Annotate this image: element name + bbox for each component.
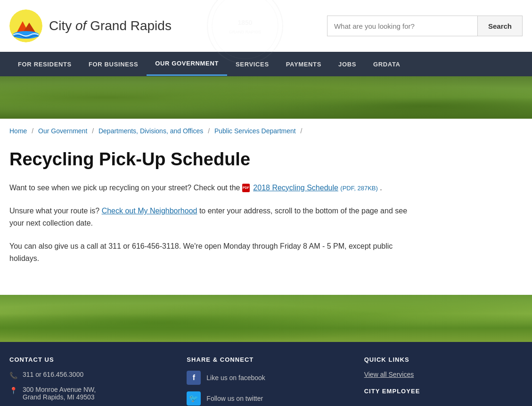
footer-quicklinks-heading: QUICK LINKS [364, 356, 523, 363]
footer-city-employee-heading: CITY EMPLOYEE [364, 388, 523, 395]
pdf-size-label: (PDF, 287KB) [340, 185, 377, 192]
breadcrumb-sep-2: / [92, 127, 94, 135]
site-header: City of Grand Rapids 1850 GRAND RAPIDS S… [0, 0, 532, 52]
footer-quicklinks-col: QUICK LINKS View all Services CITY EMPLO… [364, 356, 523, 406]
hero-image-bottom [0, 295, 532, 342]
footer-contact-heading: CONTACT US [9, 356, 168, 363]
search-input[interactable] [327, 16, 478, 36]
footer-address: 📍 300 Monroe Avenue NW, Grand Rapids, MI… [9, 386, 168, 401]
hero-image-top [0, 76, 532, 119]
nav-jobs[interactable]: JOBS [330, 53, 365, 75]
footer-phone: 📞 311 or 616.456.3000 [9, 371, 168, 379]
site-title: City of Grand Rapids [49, 18, 172, 34]
breadcrumb-sep-1: / [32, 127, 33, 135]
footer-facebook[interactable]: f Like us on facebook [187, 371, 345, 385]
breadcrumb-our-government[interactable]: Our Government [38, 127, 87, 135]
nav-for-business[interactable]: FOR BUSINESS [80, 53, 147, 75]
footer-share-heading: SHARE & CONNECT [187, 356, 345, 363]
svg-text:GRAND RAPIDS: GRAND RAPIDS [229, 30, 262, 34]
my-neighborhood-link[interactable]: Check out My Neighborhood [102, 207, 197, 215]
main-content: Recycling Pick-Up Schedule Want to see w… [0, 139, 424, 295]
city-seal-watermark: 1850 GRAND RAPIDS [188, 0, 302, 52]
location-icon: 📍 [9, 387, 18, 394]
breadcrumb-public-services[interactable]: Public Services Department [214, 127, 296, 135]
site-footer: CONTACT US 📞 311 or 616.456.3000 📍 300 M… [0, 342, 532, 406]
nav-for-residents[interactable]: FOR RESIDENTS [9, 53, 80, 75]
twitter-icon: 🐦 [187, 391, 201, 406]
footer-twitter[interactable]: 🐦 Follow us on twitter [187, 391, 345, 406]
pdf-icon: PDF [242, 184, 250, 192]
svg-text:1850: 1850 [237, 19, 252, 26]
city-logo[interactable] [9, 9, 42, 42]
breadcrumb-departments[interactable]: Departments, Divisions, and Offices [98, 127, 203, 135]
footer-share-col: SHARE & CONNECT f Like us on facebook 🐦 … [187, 356, 345, 406]
logo-area: City of Grand Rapids [9, 9, 172, 42]
breadcrumb-sep-4: / [301, 127, 303, 135]
content-para-2: Unsure what your route is? Check out My … [9, 205, 415, 229]
footer-contact-col: CONTACT US 📞 311 or 616.456.3000 📍 300 M… [9, 356, 168, 406]
page-title: Recycling Pick-Up Schedule [9, 149, 415, 171]
nav-grdata[interactable]: GRDATA [365, 53, 409, 75]
footer-view-all-services[interactable]: View all Services [364, 371, 523, 378]
breadcrumb: Home / Our Government / Departments, Div… [0, 119, 532, 139]
content-para-1: Want to see when we pick up recycling on… [9, 182, 415, 194]
svg-point-3 [13, 31, 39, 39]
search-area: Search [327, 16, 523, 36]
facebook-icon: f [187, 371, 201, 385]
recycling-schedule-link[interactable]: 2018 Recycling Schedule [253, 184, 338, 192]
breadcrumb-home[interactable]: Home [9, 127, 27, 135]
search-button[interactable]: Search [478, 16, 523, 36]
breadcrumb-sep-3: / [208, 127, 210, 135]
content-para-3: You can also give us a call at 311 or 61… [9, 240, 415, 264]
phone-icon: 📞 [9, 372, 18, 379]
